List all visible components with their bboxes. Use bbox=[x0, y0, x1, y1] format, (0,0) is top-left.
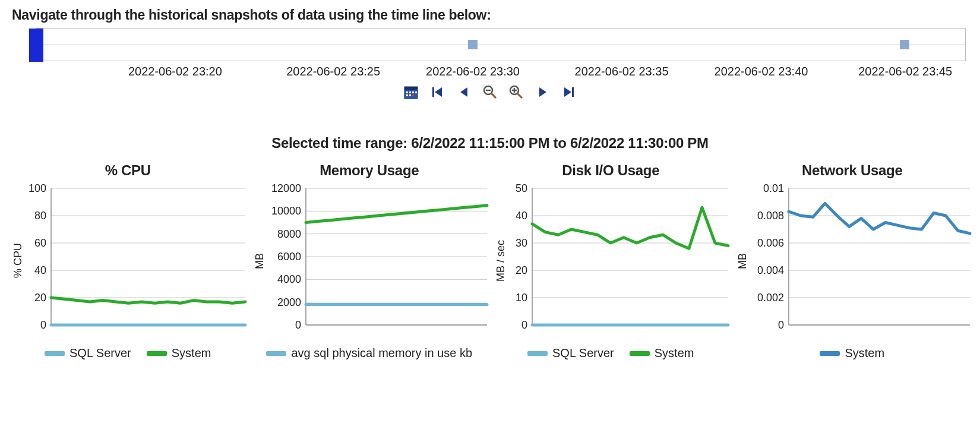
svg-rect-2 bbox=[406, 91, 408, 93]
svg-rect-21 bbox=[572, 87, 574, 97]
timeline-ticks: 2022-06-02 23:202022-06-02 23:252022-06-… bbox=[36, 61, 966, 83]
svg-rect-1 bbox=[404, 87, 418, 90]
timeline-toolbar bbox=[10, 83, 970, 99]
chart-title: Disk I/O Usage bbox=[495, 162, 727, 179]
legend-swatch bbox=[527, 351, 548, 356]
svg-rect-4 bbox=[412, 91, 414, 93]
y-axis-label: MB bbox=[736, 253, 749, 269]
chart-legend: SQL ServerSystem bbox=[495, 346, 727, 360]
svg-text:12000: 12000 bbox=[271, 182, 301, 194]
calendar-icon bbox=[403, 84, 419, 100]
zoom-in-button[interactable] bbox=[507, 83, 526, 99]
timeline-tick-label: 2022-06-02 23:25 bbox=[286, 65, 380, 78]
svg-marker-10 bbox=[435, 87, 442, 97]
legend-item: System bbox=[630, 346, 694, 360]
next-icon bbox=[536, 86, 549, 99]
svg-line-16 bbox=[517, 93, 522, 98]
svg-text:100: 100 bbox=[29, 182, 46, 194]
svg-rect-7 bbox=[409, 94, 411, 96]
timeline-tick-label: 2022-06-02 23:45 bbox=[858, 65, 952, 78]
svg-text:0: 0 bbox=[40, 319, 46, 331]
y-axis-label: MB / sec bbox=[495, 240, 507, 282]
memory-plot: 020004000600080001000012000 bbox=[267, 182, 493, 337]
svg-text:6000: 6000 bbox=[277, 251, 301, 263]
timeline-midline bbox=[36, 45, 965, 45]
legend-label: SQL Server bbox=[69, 346, 131, 360]
svg-text:30: 30 bbox=[516, 237, 527, 249]
svg-text:0.006: 0.006 bbox=[757, 237, 783, 249]
y-axis-label: % CPU bbox=[12, 243, 24, 278]
svg-text:0.008: 0.008 bbox=[757, 210, 783, 222]
zoom-out-button[interactable] bbox=[480, 83, 500, 99]
timeline-node[interactable] bbox=[900, 40, 909, 49]
chart-title: Network Usage bbox=[736, 162, 969, 179]
svg-rect-9 bbox=[432, 87, 434, 97]
svg-text:10: 10 bbox=[516, 292, 527, 304]
network-chart: Network UsageMB00.0020.0040.0060.0080.01… bbox=[736, 162, 969, 360]
chart-title: % CPU bbox=[12, 162, 244, 179]
cpu-chart: % CPU% CPU020406080100SQL ServerSystem bbox=[12, 162, 244, 360]
svg-text:2000: 2000 bbox=[277, 296, 301, 308]
y-axis-label: MB bbox=[254, 253, 266, 269]
svg-text:0: 0 bbox=[521, 319, 527, 331]
svg-marker-20 bbox=[564, 87, 571, 97]
chart-legend: avg sql physical memory in use kb bbox=[254, 346, 486, 360]
diskio-plot: 01020304050 bbox=[508, 182, 734, 337]
zoom-out-icon bbox=[482, 84, 498, 100]
diskio-chart: Disk I/O UsageMB / sec01020304050SQL Ser… bbox=[495, 162, 727, 360]
legend-swatch bbox=[147, 351, 167, 356]
svg-rect-5 bbox=[415, 91, 417, 93]
svg-text:60: 60 bbox=[34, 237, 46, 249]
selected-range-label: Selected time range: 6/2/2022 11:15:00 P… bbox=[10, 135, 970, 152]
timeline-handle[interactable] bbox=[29, 29, 43, 62]
network-plot: 00.0020.0040.0060.0080.01 bbox=[750, 182, 976, 337]
timeline-tick-label: 2022-06-02 23:30 bbox=[426, 65, 520, 78]
calendar-button[interactable] bbox=[402, 83, 421, 99]
prev-button[interactable] bbox=[454, 83, 473, 99]
svg-text:50: 50 bbox=[516, 182, 527, 194]
legend-label: System bbox=[845, 346, 884, 360]
timeline-track[interactable] bbox=[36, 28, 966, 61]
svg-rect-3 bbox=[409, 91, 411, 93]
svg-line-13 bbox=[491, 93, 496, 98]
first-button[interactable] bbox=[428, 83, 447, 99]
timeline-tick-label: 2022-06-02 23:40 bbox=[715, 65, 808, 78]
svg-text:8000: 8000 bbox=[277, 228, 301, 240]
legend-label: System bbox=[172, 346, 211, 360]
legend-item: System bbox=[147, 346, 211, 360]
svg-text:0.004: 0.004 bbox=[757, 264, 783, 276]
svg-rect-8 bbox=[412, 94, 414, 96]
chart-legend: SQL ServerSystem bbox=[12, 346, 244, 360]
prev-icon bbox=[457, 86, 470, 99]
memory-chart: Memory UsageMB02000400060008000100001200… bbox=[254, 162, 486, 360]
timeline-node[interactable] bbox=[468, 40, 478, 49]
svg-text:0.01: 0.01 bbox=[763, 182, 783, 194]
svg-text:10000: 10000 bbox=[271, 205, 301, 217]
svg-text:80: 80 bbox=[34, 210, 46, 222]
last-button[interactable] bbox=[559, 83, 578, 99]
svg-text:40: 40 bbox=[34, 264, 46, 276]
svg-text:20: 20 bbox=[34, 292, 46, 304]
timeline-tick-label: 2022-06-02 23:20 bbox=[128, 65, 222, 78]
timeline[interactable] bbox=[36, 28, 966, 61]
svg-rect-6 bbox=[406, 94, 408, 96]
svg-text:40: 40 bbox=[516, 210, 527, 222]
svg-text:20: 20 bbox=[516, 264, 527, 276]
svg-text:0.002: 0.002 bbox=[757, 292, 783, 304]
legend-label: avg sql physical memory in use kb bbox=[291, 346, 472, 360]
zoom-in-icon bbox=[508, 84, 524, 100]
legend-swatch bbox=[820, 351, 840, 356]
legend-label: System bbox=[655, 346, 694, 360]
next-button[interactable] bbox=[533, 83, 552, 99]
cpu-plot: 020406080100 bbox=[26, 182, 251, 337]
legend-item: avg sql physical memory in use kb bbox=[266, 346, 472, 360]
svg-text:4000: 4000 bbox=[277, 273, 301, 285]
chart-legend: System bbox=[736, 346, 969, 360]
legend-item: System bbox=[820, 346, 884, 360]
svg-text:0: 0 bbox=[777, 319, 783, 331]
skip-end-icon bbox=[562, 86, 576, 99]
svg-marker-19 bbox=[539, 87, 546, 97]
legend-label: SQL Server bbox=[552, 346, 614, 360]
charts-row: % CPU% CPU020406080100SQL ServerSystemMe… bbox=[10, 162, 970, 360]
svg-text:0: 0 bbox=[295, 319, 301, 331]
